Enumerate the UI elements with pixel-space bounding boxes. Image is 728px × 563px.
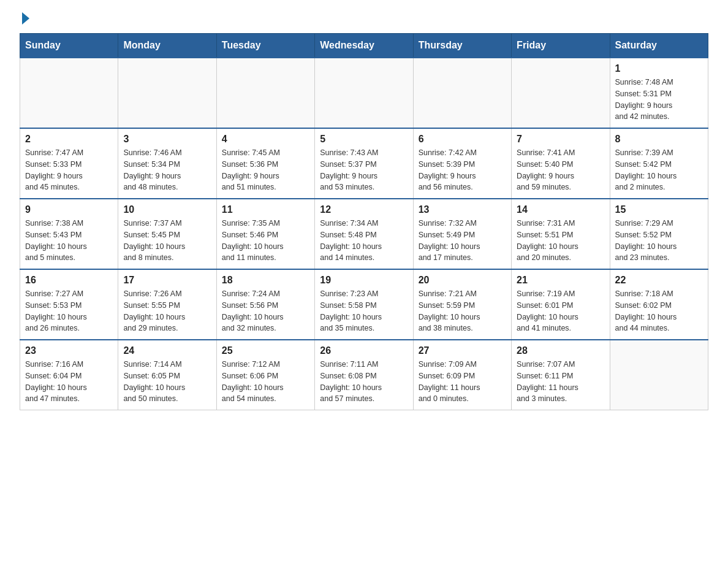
day-number: 5 [320, 134, 408, 145]
calendar-week-row-5: 23Sunrise: 7:16 AMSunset: 6:04 PMDayligh… [20, 340, 708, 410]
calendar-table: SundayMondayTuesdayWednesdayThursdayFrid… [20, 33, 708, 410]
day-info: Sunrise: 7:07 AMSunset: 6:11 PMDaylight:… [517, 359, 604, 405]
day-info: Sunrise: 7:35 AMSunset: 5:46 PMDaylight:… [222, 218, 309, 264]
calendar-cell [118, 58, 216, 128]
day-number: 24 [123, 345, 211, 356]
day-number: 22 [615, 275, 703, 286]
day-info: Sunrise: 7:19 AMSunset: 6:01 PMDaylight:… [517, 288, 604, 334]
logo [20, 15, 29, 23]
day-info: Sunrise: 7:18 AMSunset: 6:02 PMDaylight:… [615, 288, 703, 334]
calendar-cell: 6Sunrise: 7:42 AMSunset: 5:39 PMDaylight… [413, 128, 511, 199]
calendar-cell: 13Sunrise: 7:32 AMSunset: 5:49 PMDayligh… [413, 199, 511, 269]
calendar-cell: 10Sunrise: 7:37 AMSunset: 5:45 PMDayligh… [118, 199, 216, 269]
calendar-week-row-2: 2Sunrise: 7:47 AMSunset: 5:33 PMDaylight… [20, 128, 708, 199]
weekday-header-saturday: Saturday [610, 34, 708, 58]
calendar-cell: 23Sunrise: 7:16 AMSunset: 6:04 PMDayligh… [20, 340, 118, 410]
day-number: 11 [222, 204, 309, 215]
day-info: Sunrise: 7:29 AMSunset: 5:52 PMDaylight:… [615, 218, 703, 264]
calendar-cell: 22Sunrise: 7:18 AMSunset: 6:02 PMDayligh… [610, 269, 708, 340]
day-number: 10 [123, 204, 211, 215]
weekday-header-tuesday: Tuesday [216, 34, 314, 58]
day-info: Sunrise: 7:37 AMSunset: 5:45 PMDaylight:… [123, 218, 211, 264]
calendar-week-row-1: 1Sunrise: 7:48 AMSunset: 5:31 PMDaylight… [20, 58, 708, 128]
day-info: Sunrise: 7:23 AMSunset: 5:58 PMDaylight:… [320, 288, 408, 334]
day-number: 27 [419, 345, 506, 356]
weekday-header-friday: Friday [512, 34, 610, 58]
calendar-cell: 2Sunrise: 7:47 AMSunset: 5:33 PMDaylight… [20, 128, 118, 199]
day-info: Sunrise: 7:12 AMSunset: 6:06 PMDaylight:… [222, 359, 309, 405]
day-number: 8 [615, 134, 703, 145]
day-number: 19 [320, 275, 408, 286]
day-number: 7 [517, 134, 604, 145]
day-number: 2 [25, 134, 113, 145]
calendar-cell: 19Sunrise: 7:23 AMSunset: 5:58 PMDayligh… [315, 269, 413, 340]
day-number: 18 [222, 275, 309, 286]
calendar-cell: 20Sunrise: 7:21 AMSunset: 5:59 PMDayligh… [413, 269, 511, 340]
calendar-week-row-3: 9Sunrise: 7:38 AMSunset: 5:43 PMDaylight… [20, 199, 708, 269]
day-number: 26 [320, 345, 408, 356]
day-info: Sunrise: 7:45 AMSunset: 5:36 PMDaylight:… [222, 147, 309, 193]
day-info: Sunrise: 7:39 AMSunset: 5:42 PMDaylight:… [615, 147, 703, 193]
weekday-header-thursday: Thursday [413, 34, 511, 58]
calendar-cell: 4Sunrise: 7:45 AMSunset: 5:36 PMDaylight… [216, 128, 314, 199]
day-info: Sunrise: 7:16 AMSunset: 6:04 PMDaylight:… [25, 359, 113, 405]
calendar-cell: 25Sunrise: 7:12 AMSunset: 6:06 PMDayligh… [216, 340, 314, 410]
day-info: Sunrise: 7:21 AMSunset: 5:59 PMDaylight:… [419, 288, 506, 334]
calendar-header-row: SundayMondayTuesdayWednesdayThursdayFrid… [20, 34, 708, 58]
calendar-cell: 3Sunrise: 7:46 AMSunset: 5:34 PMDaylight… [118, 128, 216, 199]
logo-arrow-icon [22, 12, 29, 25]
day-number: 23 [25, 345, 113, 356]
calendar-cell: 9Sunrise: 7:38 AMSunset: 5:43 PMDaylight… [20, 199, 118, 269]
calendar-cell [216, 58, 314, 128]
day-info: Sunrise: 7:34 AMSunset: 5:48 PMDaylight:… [320, 218, 408, 264]
day-info: Sunrise: 7:47 AMSunset: 5:33 PMDaylight:… [25, 147, 113, 193]
day-info: Sunrise: 7:26 AMSunset: 5:55 PMDaylight:… [123, 288, 211, 334]
day-number: 1 [615, 63, 703, 74]
calendar-cell: 28Sunrise: 7:07 AMSunset: 6:11 PMDayligh… [512, 340, 610, 410]
day-info: Sunrise: 7:24 AMSunset: 5:56 PMDaylight:… [222, 288, 309, 334]
day-info: Sunrise: 7:48 AMSunset: 5:31 PMDaylight:… [615, 77, 703, 123]
calendar-week-row-4: 16Sunrise: 7:27 AMSunset: 5:53 PMDayligh… [20, 269, 708, 340]
day-number: 15 [615, 204, 703, 215]
day-info: Sunrise: 7:32 AMSunset: 5:49 PMDaylight:… [419, 218, 506, 264]
calendar-cell: 15Sunrise: 7:29 AMSunset: 5:52 PMDayligh… [610, 199, 708, 269]
calendar-cell: 17Sunrise: 7:26 AMSunset: 5:55 PMDayligh… [118, 269, 216, 340]
day-info: Sunrise: 7:42 AMSunset: 5:39 PMDaylight:… [419, 147, 506, 193]
calendar-cell: 11Sunrise: 7:35 AMSunset: 5:46 PMDayligh… [216, 199, 314, 269]
day-number: 14 [517, 204, 604, 215]
day-info: Sunrise: 7:41 AMSunset: 5:40 PMDaylight:… [517, 147, 604, 193]
weekday-header-sunday: Sunday [20, 34, 118, 58]
calendar-cell: 21Sunrise: 7:19 AMSunset: 6:01 PMDayligh… [512, 269, 610, 340]
calendar-cell: 24Sunrise: 7:14 AMSunset: 6:05 PMDayligh… [118, 340, 216, 410]
calendar-cell [413, 58, 511, 128]
day-info: Sunrise: 7:46 AMSunset: 5:34 PMDaylight:… [123, 147, 211, 193]
calendar-cell [512, 58, 610, 128]
day-number: 4 [222, 134, 309, 145]
day-number: 9 [25, 204, 113, 215]
day-info: Sunrise: 7:11 AMSunset: 6:08 PMDaylight:… [320, 359, 408, 405]
calendar-cell: 7Sunrise: 7:41 AMSunset: 5:40 PMDaylight… [512, 128, 610, 199]
day-number: 28 [517, 345, 604, 356]
day-info: Sunrise: 7:43 AMSunset: 5:37 PMDaylight:… [320, 147, 408, 193]
day-number: 12 [320, 204, 408, 215]
day-info: Sunrise: 7:14 AMSunset: 6:05 PMDaylight:… [123, 359, 211, 405]
weekday-header-wednesday: Wednesday [315, 34, 413, 58]
weekday-header-monday: Monday [118, 34, 216, 58]
calendar-cell: 14Sunrise: 7:31 AMSunset: 5:51 PMDayligh… [512, 199, 610, 269]
day-info: Sunrise: 7:27 AMSunset: 5:53 PMDaylight:… [25, 288, 113, 334]
calendar-cell: 5Sunrise: 7:43 AMSunset: 5:37 PMDaylight… [315, 128, 413, 199]
calendar-cell: 1Sunrise: 7:48 AMSunset: 5:31 PMDaylight… [610, 58, 708, 128]
day-info: Sunrise: 7:38 AMSunset: 5:43 PMDaylight:… [25, 218, 113, 264]
calendar-cell: 18Sunrise: 7:24 AMSunset: 5:56 PMDayligh… [216, 269, 314, 340]
day-number: 25 [222, 345, 309, 356]
page-header [20, 15, 708, 23]
calendar-cell: 12Sunrise: 7:34 AMSunset: 5:48 PMDayligh… [315, 199, 413, 269]
calendar-cell: 27Sunrise: 7:09 AMSunset: 6:09 PMDayligh… [413, 340, 511, 410]
calendar-cell [315, 58, 413, 128]
day-number: 16 [25, 275, 113, 286]
calendar-cell [20, 58, 118, 128]
calendar-cell [610, 340, 708, 410]
day-number: 3 [123, 134, 211, 145]
day-number: 17 [123, 275, 211, 286]
calendar-cell: 8Sunrise: 7:39 AMSunset: 5:42 PMDaylight… [610, 128, 708, 199]
